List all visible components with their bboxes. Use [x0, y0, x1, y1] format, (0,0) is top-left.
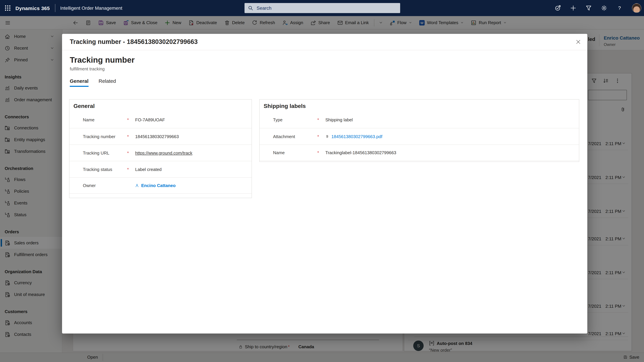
- field-row-attachment: Attachment*184561380302799663.pdf: [260, 128, 579, 144]
- required-asterisk: *: [127, 134, 135, 139]
- field-value[interactable]: Shipping label: [325, 117, 353, 122]
- screen: led Enrico Cattaneo Owner Ship to countr…: [0, 0, 644, 362]
- global-search-box[interactable]: [244, 3, 400, 13]
- app-area-title: Intelligent Order Management: [60, 5, 122, 11]
- required-asterisk: *: [127, 117, 135, 122]
- field-label: Tracking number: [83, 134, 127, 139]
- tracking-number-dialog: Tracking number - 18456138030202799663 T…: [62, 34, 587, 334]
- field-row-type: Type*Shipping label: [260, 112, 579, 128]
- field-value-attachment[interactable]: 184561380302799663.pdf: [325, 134, 382, 139]
- form-tabs: General Related: [70, 78, 587, 87]
- app-launcher-waffle-icon[interactable]: [0, 0, 16, 16]
- help-icon[interactable]: ?: [616, 5, 622, 11]
- field-row-name: Name*Trackinglabel-184561380302799663: [260, 144, 579, 161]
- field-value[interactable]: 184561380302799663: [135, 134, 179, 139]
- settings-gear-icon[interactable]: [601, 5, 607, 11]
- quick-create-icon[interactable]: [570, 5, 576, 11]
- field-row-name: Name*FO-7A89UOAF: [70, 112, 252, 128]
- person-icon: [135, 184, 139, 187]
- field-label: Owner: [83, 183, 127, 188]
- divider: [55, 4, 56, 12]
- global-search-input[interactable]: [256, 5, 385, 11]
- filter-icon[interactable]: [586, 5, 592, 11]
- close-icon[interactable]: [574, 38, 582, 45]
- general-section-card: General Name*FO-7A89UOAFTracking number*…: [69, 99, 252, 198]
- required-asterisk: *: [317, 134, 325, 139]
- field-label: Tracking URL: [83, 150, 127, 155]
- field-row-owner: OwnerEncino Cattaneo: [70, 177, 252, 194]
- field-row-tracking-status: Tracking status*Label created: [70, 161, 252, 177]
- dialog-title-bar: Tracking number - 18456138030202799663: [62, 34, 587, 50]
- tab-general[interactable]: General: [70, 78, 88, 87]
- record-subheading: fulfillment tracking: [70, 66, 587, 71]
- svg-text:?: ?: [618, 5, 621, 11]
- owner-link[interactable]: Encino Cattaneo: [141, 183, 176, 188]
- dialog-title: Tracking number - 18456138030202799663: [70, 38, 198, 45]
- field-label: Name: [83, 117, 127, 122]
- field-label: Tracking status: [83, 167, 127, 172]
- field-value[interactable]: https://www.ground.com/track: [135, 150, 192, 155]
- required-asterisk: *: [317, 117, 325, 122]
- required-asterisk: *: [127, 150, 135, 155]
- tab-related[interactable]: Related: [98, 78, 116, 87]
- task-checker-icon[interactable]: [555, 5, 561, 11]
- app-name: Dynamics 365: [16, 5, 50, 11]
- field-label: Type: [273, 117, 317, 122]
- field-value-owner[interactable]: Encino Cattaneo: [135, 183, 176, 188]
- top-nav-bar: Dynamics 365 Intelligent Order Managemen…: [0, 0, 644, 16]
- section-title: Shipping labels: [260, 99, 579, 112]
- field-row-tracking-number: Tracking number*184561380302799663: [70, 128, 252, 144]
- shipping-labels-section-card: Shipping labels Type*Shipping labelAttac…: [259, 99, 579, 162]
- record-heading: Tracking number: [70, 55, 587, 65]
- field-value[interactable]: Label created: [135, 167, 162, 172]
- field-value[interactable]: Trackinglabel-184561380302799663: [325, 150, 396, 155]
- field-label: Attachment: [273, 134, 317, 139]
- section-title: General: [70, 99, 252, 112]
- required-asterisk: *: [127, 167, 135, 172]
- paperclip-icon: [325, 135, 329, 138]
- field-label: Name: [273, 150, 317, 155]
- search-icon: [248, 5, 253, 11]
- required-asterisk: *: [317, 150, 325, 155]
- field-value[interactable]: FO-7A89UOAF: [135, 117, 165, 122]
- attachment-link[interactable]: 184561380302799663.pdf: [332, 134, 382, 139]
- field-row-tracking-url: Tracking URL*https://www.ground.com/trac…: [70, 144, 252, 161]
- user-avatar[interactable]: [632, 3, 641, 13]
